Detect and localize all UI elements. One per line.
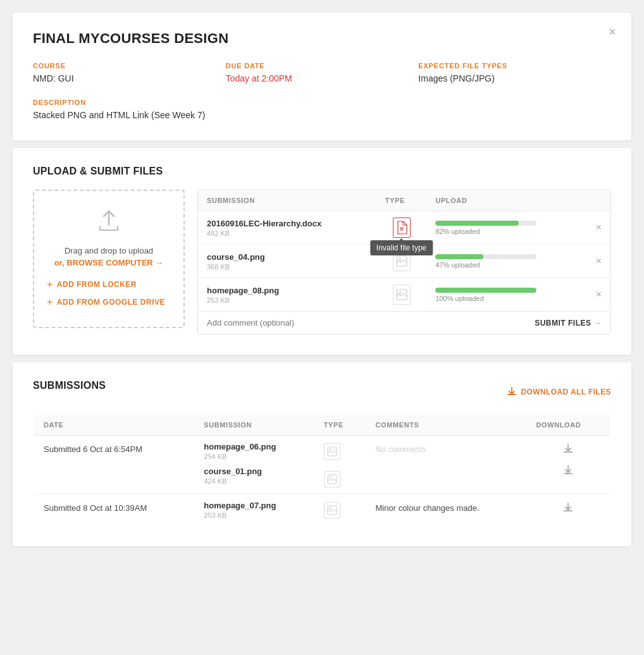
download-icon — [507, 386, 517, 398]
add-from-locker-button[interactable]: + ADD FROM LOCKER — [47, 279, 171, 290]
file-remove-cell: × — [587, 245, 610, 278]
description-section: DESCRIPTION Stacked PNG and HTML Link (S… — [33, 99, 611, 120]
download-file-button[interactable] — [536, 443, 600, 453]
dl-cell-group — [536, 442, 600, 475]
file-table: SUBMISSION TYPE UPLOAD 20160916LEC-Hiera… — [198, 190, 610, 311]
upload-progress: 47% uploaded — [435, 254, 578, 269]
sub-type-icon — [324, 471, 340, 487]
submission-row: Submitted 8 Oct at 10:39AM homepage_07.p… — [34, 494, 611, 526]
sub-file-size: 253 KB — [204, 511, 303, 519]
submission-date-text: Submitted 8 Oct at 10:39AM — [44, 503, 147, 513]
submissions-title: SUBMISSIONS — [33, 380, 106, 391]
file-submission-cell: 20160916LEC-Hierarchy.docx492 KB — [198, 211, 376, 245]
remove-file-button[interactable]: × — [596, 290, 602, 300]
remove-file-button[interactable]: × — [596, 256, 602, 266]
sub-comments: No comments — [366, 436, 526, 494]
file-type-cell: Invalid file type — [376, 211, 427, 245]
sub-type-icon — [324, 443, 340, 460]
file-name: 20160916LEC-Hierarchy.docx — [207, 219, 368, 228]
add-options: + ADD FROM LOCKER + ADD FROM GOOGLE DRIV… — [47, 279, 171, 314]
upload-section-title: UPLOAD & SUBMIT FILES — [33, 166, 611, 177]
file-upload-cell: 100% uploaded — [426, 278, 586, 312]
remove-file-button[interactable]: × — [596, 223, 602, 233]
browse-computer-link[interactable]: BROWSE COMPUTER → — [66, 258, 163, 267]
add-from-google-button[interactable]: + ADD FROM GOOGLE DRIVE — [47, 297, 171, 308]
file-submission-cell: course_04.png368 KB — [198, 245, 376, 278]
sub-file-name: homepage_07.png — [204, 501, 303, 510]
sub-file-entry: course_01.png 424 KB — [204, 467, 303, 485]
comment-submit-row: SUBMIT FILES → — [198, 311, 610, 334]
sub-file-name: homepage_06.png — [204, 442, 303, 451]
progress-bar-bg — [435, 221, 536, 226]
progress-text: 100% uploaded — [435, 295, 578, 302]
file-name: course_04.png — [207, 252, 368, 262]
plus-icon-2: + — [47, 297, 53, 308]
submit-files-button[interactable]: SUBMIT FILES → — [535, 319, 602, 328]
no-comments-text: No comments — [376, 444, 426, 454]
image-file-icon — [393, 285, 411, 305]
upload-progress: 100% uploaded — [435, 288, 578, 302]
file-row: course_04.png368 KB 47% uploaded × — [198, 245, 610, 278]
submit-label: SUBMIT FILES — [535, 319, 591, 328]
due-date-value: Today at 2:00PM — [226, 73, 419, 83]
page-title: FINAL MYCOURSES DESIGN — [33, 30, 611, 47]
file-type-cell — [376, 245, 427, 278]
submission-row: Submitted 6 Oct at 6:54PM homepage_06.pn… — [34, 436, 611, 494]
info-card: × FINAL MYCOURSES DESIGN COURSE NMD: GUI… — [13, 13, 631, 140]
sub-col-date: DATE — [34, 415, 194, 436]
file-size: 492 KB — [207, 230, 368, 237]
file-remove-cell: × — [587, 211, 610, 245]
download-all-button[interactable]: DOWNLOAD ALL FILES — [507, 386, 611, 398]
drop-zone[interactable]: Drag and drop to upload or, BROWSE COMPU… — [33, 190, 185, 328]
progress-bar-fill — [435, 221, 518, 226]
sub-col-download: DOWNLOAD — [526, 415, 611, 436]
download-all-label: DOWNLOAD ALL FILES — [521, 388, 611, 396]
file-types-value: Images (PNG/JPG) — [418, 73, 611, 83]
comment-input[interactable] — [207, 318, 535, 328]
col-upload: UPLOAD — [426, 190, 610, 211]
browse-link[interactable]: or, BROWSE COMPUTER → — [54, 258, 164, 267]
submissions-card: SUBMISSIONS DOWNLOAD ALL FILES DATE SUBM… — [13, 362, 631, 546]
svg-rect-4 — [328, 447, 337, 456]
file-size: 368 KB — [207, 263, 368, 271]
close-button[interactable]: × — [609, 25, 616, 38]
sub-date: Submitted 8 Oct at 10:39AM — [34, 494, 194, 526]
progress-bar-bg — [435, 288, 536, 293]
description-text: Stacked PNG and HTML Link (See Week 7) — [33, 110, 611, 120]
image-file-icon — [393, 251, 411, 271]
file-name: homepage_08.png — [207, 286, 368, 295]
svg-rect-6 — [328, 475, 337, 484]
sub-download — [526, 436, 611, 494]
invalid-file-icon — [393, 217, 411, 238]
submissions-table: DATE SUBMISSION TYPE COMMENTS DOWNLOAD S… — [33, 414, 611, 526]
sub-file-entry: homepage_07.png 253 KB — [204, 501, 303, 519]
sub-file-name: course_01.png — [204, 467, 303, 476]
sub-file-size: 424 KB — [204, 477, 303, 485]
sub-date: Submitted 6 Oct at 6:54PM — [34, 436, 194, 494]
comments-text: Minor colour changes made. — [376, 503, 480, 513]
sub-files: homepage_06.png 254 KB course_01.png 424… — [194, 436, 313, 494]
file-type-cell — [376, 278, 427, 312]
sub-type-icon — [324, 502, 340, 518]
submission-date-text: Submitted 6 Oct at 6:54PM — [44, 444, 142, 454]
download-file-button[interactable] — [536, 502, 600, 512]
type-cell-group — [324, 501, 356, 518]
add-google-label: ADD FROM GOOGLE DRIVE — [57, 298, 165, 307]
meta-course: COURSE NMD: GUI — [33, 62, 226, 83]
sub-types — [314, 494, 366, 526]
drag-text: Drag and drop to upload — [65, 246, 153, 255]
sub-col-comments: COMMENTS — [366, 415, 526, 436]
progress-bar-fill — [435, 288, 536, 293]
progress-bar-fill — [435, 254, 483, 259]
file-size: 253 KB — [207, 297, 368, 304]
download-file-button[interactable] — [536, 465, 600, 475]
dl-cell-group — [536, 501, 600, 512]
add-locker-label: ADD FROM LOCKER — [57, 280, 137, 289]
file-upload-cell: 82% uploaded — [426, 211, 586, 245]
upload-area: Drag and drop to upload or, BROWSE COMPU… — [33, 190, 611, 334]
file-row: 20160916LEC-Hierarchy.docx492 KB Invalid… — [198, 211, 610, 245]
upload-icon — [96, 210, 121, 238]
meta-row: COURSE NMD: GUI DUE DATE Today at 2:00PM… — [33, 62, 611, 83]
progress-text: 82% uploaded — [435, 228, 578, 235]
sub-comments: Minor colour changes made. — [366, 494, 526, 526]
